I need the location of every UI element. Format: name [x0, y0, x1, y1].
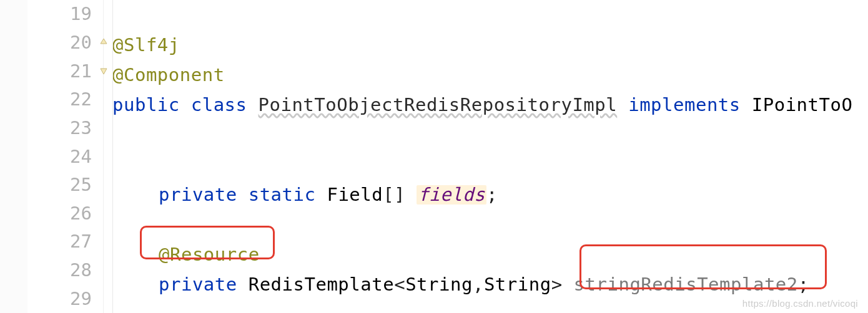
line-number: 29 — [70, 290, 92, 308]
gutter-row[interactable]: 27 — [0, 228, 103, 256]
code-area[interactable]: @Slf4j @Component public class PointToOb… — [104, 0, 868, 313]
line-number: 27 — [70, 233, 92, 251]
annotation-slf4j: @Slf4j — [112, 36, 180, 54]
line-number: 21 — [70, 62, 92, 80]
code-editor: 19 20 21 22 23 24 25 26 27 — [0, 0, 868, 313]
gutter-row[interactable]: 25 — [0, 171, 103, 200]
watermark-text: https://blog.csdn.net/vicoqi — [742, 299, 858, 308]
field-name-static: fields — [417, 185, 486, 205]
code-line[interactable] — [112, 209, 868, 239]
gutter-row[interactable]: 20 — [0, 29, 103, 57]
field-name: stringRedisTemplate2 — [574, 276, 798, 294]
code-line[interactable]: @Slf4j — [112, 30, 868, 60]
keyword-implements: implements — [628, 96, 741, 114]
keyword-private: private — [159, 186, 237, 204]
keyword-public: public — [112, 96, 180, 114]
semicolon: ; — [798, 276, 809, 294]
line-number: 19 — [70, 5, 92, 23]
gutter-row[interactable]: 26 — [0, 199, 103, 228]
semicolon: ; — [486, 186, 498, 204]
generic-close: > — [551, 276, 563, 294]
comma: , — [473, 276, 484, 294]
gutter-row[interactable]: 22 — [0, 85, 103, 114]
line-number: 25 — [70, 176, 92, 194]
gutter-row[interactable]: 19 — [0, 0, 103, 29]
line-number: 20 — [70, 34, 92, 52]
annotation-component: @Component — [112, 66, 225, 84]
gutter-row[interactable]: 21 — [0, 57, 103, 85]
fold-down-icon[interactable] — [99, 65, 109, 77]
code-line[interactable] — [112, 0, 868, 30]
line-number: 28 — [70, 261, 92, 279]
brackets: [] — [383, 186, 405, 204]
gutter-row[interactable]: 29 — [0, 284, 103, 313]
code-line[interactable]: private RedisTemplate<String,String> str… — [112, 269, 868, 299]
generic-open: < — [394, 276, 405, 294]
code-line[interactable]: @Component — [112, 60, 868, 90]
fold-up-icon[interactable] — [99, 37, 109, 48]
keyword-private: private — [159, 276, 237, 294]
line-number: 22 — [70, 90, 92, 108]
code-line[interactable]: private static Field[] fields; — [112, 180, 868, 209]
type-redistemplate: RedisTemplate — [249, 276, 394, 294]
type-field: Field — [327, 186, 383, 204]
line-number: 26 — [70, 205, 92, 223]
keyword-class: class — [191, 96, 247, 114]
code-line[interactable]: public class PointToObjectRedisRepositor… — [112, 90, 868, 120]
gutter: 19 20 21 22 23 24 25 26 27 — [0, 0, 104, 313]
code-line[interactable] — [112, 120, 868, 150]
indent-guide — [112, 0, 113, 313]
class-name: PointToObjectRedisRepositoryImpl — [259, 96, 618, 114]
generic-arg: String — [405, 276, 473, 294]
code-line[interactable] — [112, 150, 868, 180]
keyword-static: static — [249, 186, 316, 204]
gutter-row[interactable]: 23 — [0, 114, 103, 143]
code-line[interactable]: @Resource — [112, 239, 868, 269]
gutter-row[interactable]: 24 — [0, 142, 103, 171]
generic-arg: String — [484, 276, 551, 294]
line-number: 24 — [70, 148, 92, 166]
interface-name: IPointToO — [752, 96, 853, 114]
line-number: 23 — [70, 119, 92, 137]
annotation-resource: @Resource — [159, 246, 260, 264]
gutter-row[interactable]: 28 — [0, 256, 103, 285]
